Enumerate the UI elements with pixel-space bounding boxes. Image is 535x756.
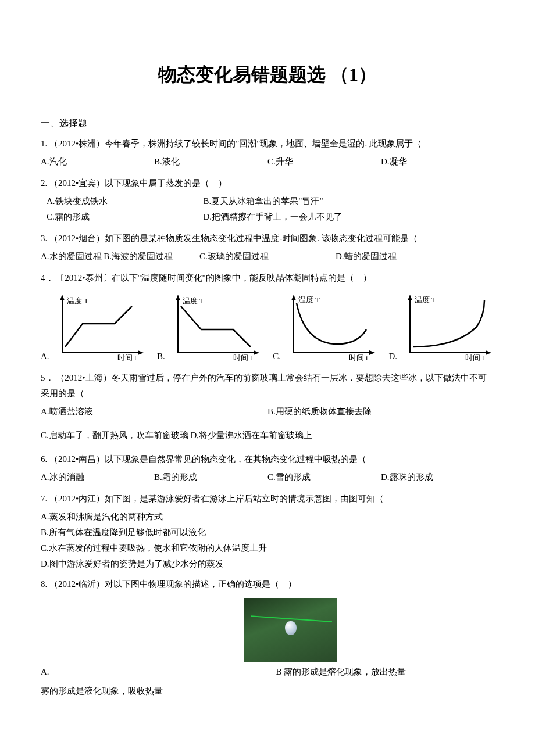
- q8-num: 8.: [41, 579, 47, 589]
- svg-marker-7: [254, 350, 259, 355]
- q8-opt-b: B 露的形成是熔化现象，放出热量: [276, 664, 406, 680]
- q2-opt-a: A.铁块变成铁水: [47, 194, 204, 209]
- q1-options: A.汽化 B.液化 C.升华 D.凝华: [41, 154, 494, 170]
- q7-num: 7.: [41, 494, 47, 503]
- q5-options-row2: C.启动车子，翻开热风，吹车前窗玻璃 D,将少量沸水洒在车前窗玻璃上: [41, 428, 494, 443]
- q6-num: 6.: [41, 454, 47, 464]
- q6-opt-b: B.霜的形成: [154, 470, 268, 485]
- question-8: 8. （2012•临沂）对以下图中物理现象的描述，正确的选项是（ ）: [41, 576, 494, 592]
- q5-num: 5．: [41, 373, 54, 382]
- q2-opt-d: D.把酒精擦在手背上，一会儿不见了: [204, 209, 495, 225]
- svg-marker-13: [408, 295, 412, 300]
- q3-a: A.水的凝固过程: [41, 252, 102, 261]
- q2-options: A.铁块变成铁水 B.夏天从冰箱拿出的苹果"冒汗" C.霜的形成 D.把酒精擦在…: [47, 194, 494, 225]
- q3-opt-d: D.蜡的凝固过程: [336, 249, 472, 264]
- svg-marker-3: [138, 350, 144, 355]
- q7-stem: （2012•内江）如下图，是某游泳爱好者在游泳上岸后站立时的情境示意图，由图可知…: [49, 494, 384, 503]
- q4-stem: 〔2012•泰州〕在以下"温度随时间变化"的图象中，能反映晶体凝固特点的是（ ）: [56, 273, 372, 282]
- chart-a: A. 温度 T 时间 t: [41, 292, 147, 364]
- q5-options-row1: A.喷洒盐溶液 B.用硬的纸质物体直接去除: [41, 404, 494, 422]
- svg-marker-11: [369, 350, 375, 355]
- q3-options: A.水的凝固过程 B.海波的凝固过程 C.玻璃的凝固过程 D.蜡的凝固过程: [41, 249, 494, 264]
- q6-opt-d: D.露珠的形成: [381, 470, 494, 485]
- q6-opt-a: A.冰的消融: [41, 470, 154, 485]
- q2-stem: （2012•宜宾）以下现象中属于蒸发的是（ ）: [49, 178, 227, 188]
- q4-num: 4．: [41, 273, 54, 282]
- q1-num: 1.: [41, 139, 47, 148]
- chart-b-label: B.: [157, 349, 165, 364]
- q3-opt-ab: A.水的凝固过程 B.海波的凝固过程: [41, 249, 199, 264]
- chart-b-xlabel: 时间 t: [233, 353, 252, 362]
- q5-stem: （2012•上海）冬天雨雪过后，停在户外的汽车的前窗玻璃上常会结有一层冰．要想除…: [41, 373, 487, 398]
- q6-opt-c: C.雪的形成: [268, 470, 381, 485]
- q8-stem: （2012•临沂）对以下图中物理现象的描述，正确的选项是（ ）: [49, 579, 297, 589]
- q3-stem: （2012•烟台）如下图的是某种物质发生物态变化过程中温度-时间图象. 该物态变…: [49, 234, 418, 243]
- chart-d-ylabel: 温度 T: [415, 295, 436, 304]
- q7-opt-d: D.图中游泳爱好者的姿势是为了减少水分的蒸发: [41, 556, 494, 572]
- svg-marker-15: [486, 350, 491, 355]
- chart-a-ylabel: 温度 T: [67, 296, 88, 305]
- question-1: 1. （2012•株洲）今年春季，株洲持续了较长时间的"回潮"现象，地面、墙壁全…: [41, 136, 494, 152]
- chart-b-ylabel: 温度 T: [183, 296, 204, 305]
- chart-c: C. 温度 T 时间 t: [273, 292, 378, 364]
- chart-b-svg: 温度 T 时间 t: [166, 292, 262, 364]
- q1-stem: （2012•株洲）今年春季，株洲持续了较长时间的"回潮"现象，地面、墙壁全是湿的…: [49, 139, 422, 148]
- q3-num: 3.: [41, 234, 47, 243]
- chart-c-xlabel: 时间 t: [349, 353, 368, 362]
- q1-opt-a: A.汽化: [41, 154, 154, 170]
- chart-b: B. 温度 T 时间 t: [157, 292, 262, 364]
- q2-opt-c: C.霜的形成: [47, 209, 204, 225]
- question-7: 7. （2012•内江）如下图，是某游泳爱好者在游泳上岸后站立时的情境示意图，由…: [41, 491, 494, 507]
- chart-c-svg: 温度 T 时间 t: [282, 292, 378, 364]
- chart-c-ylabel: 温度 T: [298, 295, 320, 304]
- q5-opt-d: D,将少量沸水洒在车前窗玻璃上: [191, 431, 313, 440]
- q7-opt-c: C.水在蒸发的过程中要吸热，使水和它依附的人体温度上升: [41, 540, 494, 556]
- chart-a-label: A.: [41, 349, 49, 364]
- chart-a-xlabel: 时间 t: [117, 353, 137, 362]
- q8-image: [244, 598, 337, 662]
- q7-opt-b: B.所有气体在温度降到足够低时都可以液化: [41, 525, 494, 540]
- q4-charts: A. 温度 T 时间 t B. 温度 T 时间 t C.: [41, 292, 494, 364]
- chart-d-svg: 温度 T 时间 t: [398, 292, 494, 364]
- question-2: 2. （2012•宜宾）以下现象中属于蒸发的是（ ）: [41, 175, 494, 191]
- q1-opt-c: C.升华: [268, 154, 381, 170]
- q6-stem: （2012•南昌）以下现象是自然界常见的物态变化，在其物态变化过程中吸热的是（: [49, 454, 366, 464]
- question-5: 5． （2012•上海）冬天雨雪过后，停在户外的汽车的前窗玻璃上常会结有一层冰．…: [41, 370, 494, 402]
- question-6: 6. （2012•南昌）以下现象是自然界常见的物态变化，在其物态变化过程中吸热的…: [41, 452, 494, 467]
- q1-opt-b: B.液化: [154, 154, 268, 170]
- q5-opt-b: B.用硬的纸质物体直接去除: [268, 404, 494, 420]
- q8-opt-a-label: A.: [41, 664, 49, 680]
- q7-opt-a: A.蒸发和沸腾是汽化的两种方式: [41, 509, 494, 525]
- page-title: 物态变化易错题题选 （1）: [41, 58, 494, 92]
- q6-options: A.冰的消融 B.霜的形成 C.雪的形成 D.露珠的形成: [41, 470, 494, 485]
- q1-opt-d: D.凝华: [381, 154, 494, 170]
- chart-d-label: D.: [388, 349, 397, 364]
- q2-opt-b: B.夏天从冰箱拿出的苹果"冒汗": [204, 194, 495, 209]
- q3-b: B.海波的凝固过程: [104, 252, 173, 261]
- question-3: 3. （2012•烟台）如下图的是某种物质发生物态变化过程中温度-时间图象. 该…: [41, 231, 494, 246]
- q3-opt-c: C.玻璃的凝固过程: [199, 249, 336, 264]
- q2-num: 2.: [41, 178, 47, 188]
- chart-d: D. 温度 T 时间 t: [388, 292, 494, 364]
- q8-opt-a-text: 雾的形成是液化现象，吸收热量: [41, 683, 494, 699]
- svg-marker-9: [291, 295, 296, 300]
- svg-marker-1: [60, 295, 65, 300]
- chart-d-xlabel: 时间 t: [465, 353, 484, 362]
- section-heading: 一、选择题: [41, 115, 494, 132]
- chart-a-svg: 温度 T 时间 t: [51, 292, 147, 364]
- svg-marker-5: [176, 295, 180, 300]
- chart-c-label: C.: [273, 349, 281, 364]
- question-4: 4． 〔2012•泰州〕在以下"温度随时间变化"的图象中，能反映晶体凝固特点的是…: [41, 270, 494, 286]
- q5-opt-a: A.喷洒盐溶液: [41, 404, 268, 420]
- q5-opt-c: C.启动车子，翻开热风，吹车前窗玻璃: [41, 431, 188, 440]
